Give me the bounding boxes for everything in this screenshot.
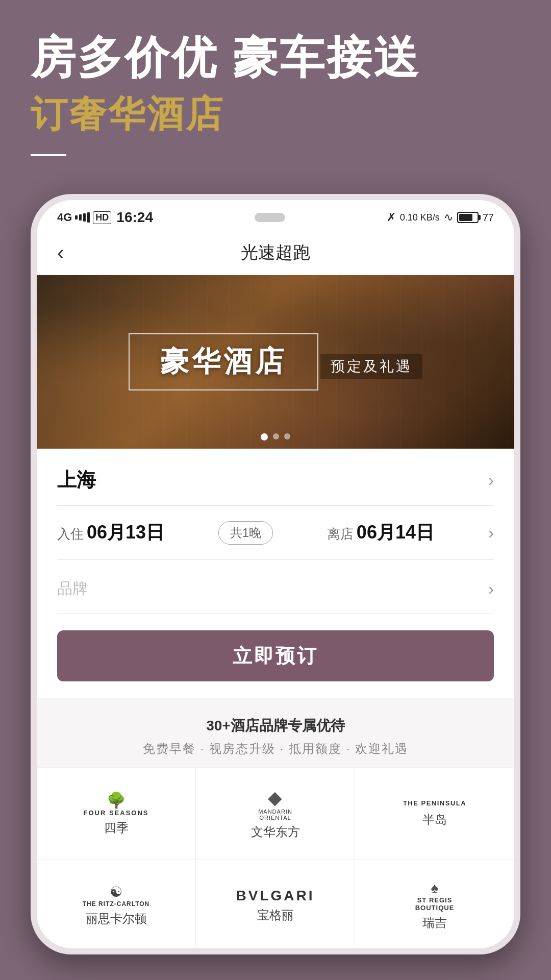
ritz-icon: ☯ (110, 884, 122, 900)
banner-dots (261, 433, 290, 440)
brand-ritz[interactable]: ☯ THE RITZ-CARLTON 丽思卡尔顿 (37, 860, 196, 948)
battery-icon (457, 212, 479, 223)
dot-2[interactable] (273, 433, 279, 439)
bar1 (75, 215, 78, 219)
checkin-label: 入住 (57, 525, 84, 543)
bvlgari-logo: BVLGARI (236, 888, 315, 904)
brand-mandarin[interactable]: ◆ MANDARINORIENTAL 文华东方 (196, 768, 355, 860)
bg-text-area: 房多价优 豪车接送 订奢华酒店 (31, 31, 420, 156)
checkout-date: 06月14日 (357, 520, 434, 545)
notch (255, 213, 285, 222)
ritz-cn-name: 丽思卡尔顿 (86, 911, 147, 927)
status-left: 4G HD 16:24 (57, 209, 153, 226)
city-name: 上海 (57, 467, 96, 493)
nights-badge: 共1晚 (218, 521, 273, 545)
peninsula-cn-name: 半岛 (422, 812, 447, 828)
status-time: 16:24 (116, 209, 153, 226)
bar4 (87, 212, 90, 223)
checkout-label: 离店 (327, 525, 354, 543)
ritz-logo: ☯ THE RITZ-CARLTON (83, 884, 150, 908)
bar2 (79, 214, 82, 220)
bg-headline-line1: 房多价优 豪车接送 (31, 31, 420, 85)
form-area: 上海 › 入住 06月13日 共1晚 离店 06月14日 › 品牌 › (37, 449, 514, 614)
status-bar: 4G HD 16:24 ✗ 0.10 KB/s ∿ 77 (37, 200, 514, 231)
banner-sub-text: 预定及礼遇 (320, 354, 422, 379)
data-speed: 0.10 KB/s (400, 212, 440, 223)
four-seasons-icon: 🌳 (107, 791, 126, 809)
signal-label: 4G (57, 211, 72, 224)
bvlgari-cn-name: 宝格丽 (257, 907, 294, 923)
bg-headline-line2: 订奢华酒店 (31, 90, 420, 139)
city-row[interactable]: 上海 › (57, 449, 494, 506)
checkin-item: 入住 06月13日 (57, 520, 164, 545)
four-seasons-cn-name: 四季 (104, 820, 129, 836)
phone-frame: 4G HD 16:24 ✗ 0.10 KB/s ∿ 77 (31, 194, 520, 954)
stregis-logo: ♠ ST REGISBOUTIQUE (415, 880, 455, 912)
stregis-cn-name: 瑞吉 (422, 915, 447, 931)
mandarin-cn-name: 文华东方 (251, 824, 300, 840)
bg-divider (31, 154, 66, 156)
benefits-title: 30+酒店品牌专属优待 (57, 716, 494, 736)
brand-stregis[interactable]: ♠ ST REGISBOUTIQUE 瑞吉 (355, 860, 514, 948)
back-button[interactable]: ‹ (57, 241, 88, 264)
battery-fill (459, 214, 472, 221)
wifi-icon: ∿ (444, 211, 453, 224)
city-chevron-icon: › (488, 470, 494, 490)
banner-bracket: 豪华酒店 (129, 333, 318, 390)
nav-title: 光速超跑 (88, 241, 463, 264)
mandarin-en-name: MANDARINORIENTAL (258, 808, 292, 821)
checkout-item: 离店 06月14日 (327, 520, 434, 545)
status-right: ✗ 0.10 KB/s ∿ 77 (387, 211, 494, 224)
banner-main-text: 豪华酒店 (160, 342, 287, 381)
checkin-date: 06月13日 (87, 520, 164, 545)
peninsula-logo: THE PENINSULA (403, 799, 466, 808)
bar3 (83, 213, 86, 222)
brand-bvlgari[interactable]: BVLGARI 宝格丽 (196, 860, 355, 948)
date-chevron-icon: › (488, 523, 494, 543)
book-button-label: 立即预订 (233, 643, 318, 669)
mandarin-logo: ◆ MANDARINORIENTAL (258, 787, 292, 821)
dot-3[interactable] (284, 433, 290, 439)
stregis-en-name: ST REGISBOUTIQUE (415, 896, 455, 912)
ritz-en-name: THE RITZ-CARLTON (83, 900, 150, 908)
phone-screen: 4G HD 16:24 ✗ 0.10 KB/s ∿ 77 (37, 200, 514, 948)
brand-chevron-icon: › (488, 579, 494, 599)
hd-badge: HD (93, 211, 111, 224)
banner-bg: 豪华酒店 预定及礼遇 (37, 275, 514, 449)
brand-peninsula[interactable]: THE PENINSULA 半岛 (355, 768, 514, 860)
mandarin-icon: ◆ (268, 787, 282, 808)
brand-placeholder: 品牌 (57, 578, 88, 599)
nav-bar: ‹ 光速超跑 (37, 231, 514, 275)
dot-1[interactable] (261, 433, 268, 440)
brands-grid: 🌳 FOUR SEASONS 四季 ◆ MANDARINORIENTAL 文华东… (37, 767, 514, 948)
stregis-icon: ♠ (431, 880, 439, 896)
book-button[interactable]: 立即预订 (57, 630, 494, 681)
benefits-subtitle: 免费早餐 · 视房态升级 · 抵用额度 · 欢迎礼遇 (57, 741, 494, 757)
brand-row[interactable]: 品牌 › (57, 560, 494, 614)
bluetooth-icon: ✗ (387, 211, 396, 224)
date-row[interactable]: 入住 06月13日 共1晚 离店 06月14日 › (57, 506, 494, 560)
four-seasons-logo: 🌳 FOUR SEASONS (83, 791, 148, 817)
brand-four-seasons[interactable]: 🌳 FOUR SEASONS 四季 (37, 768, 196, 860)
benefits-section: 30+酒店品牌专属优待 免费早餐 · 视房态升级 · 抵用额度 · 欢迎礼遇 (37, 698, 514, 767)
signal-bars (75, 212, 90, 223)
four-seasons-en-name: FOUR SEASONS (83, 809, 148, 817)
banner: 豪华酒店 预定及礼遇 (37, 275, 514, 449)
banner-text-box: 豪华酒店 预定及礼遇 (129, 333, 422, 390)
battery-level: 77 (483, 212, 494, 224)
